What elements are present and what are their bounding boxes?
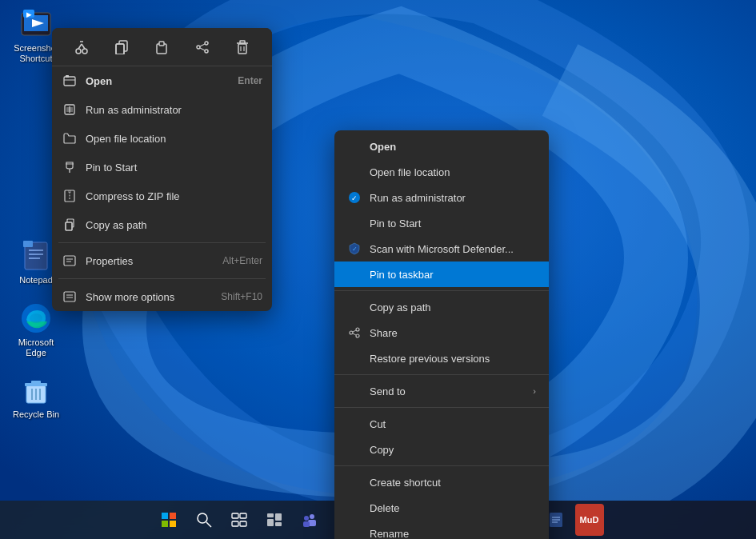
notepad-icon xyxy=(20,240,52,272)
svg-rect-41 xyxy=(66,75,69,78)
classic-pin-to-start-item[interactable]: Pin to Start xyxy=(52,153,272,182)
context-menu-modern: Open Open file location ✓ Run as adminis… xyxy=(334,130,549,539)
toolbar-copy-button[interactable] xyxy=(107,33,136,62)
svg-rect-69 xyxy=(162,521,168,527)
modern-create-shortcut-item[interactable]: Create shortcut xyxy=(334,469,549,495)
modern-copy-item[interactable]: Copy xyxy=(334,437,549,462)
classic-show-more-item[interactable]: Show more options Shift+F10 xyxy=(52,282,272,311)
modern-share-icon xyxy=(347,325,362,340)
taskbar-task-view-button[interactable] xyxy=(223,504,255,536)
modern-delete-icon xyxy=(347,501,362,515)
modern-cut-item[interactable]: Cut xyxy=(334,411,549,437)
recycle-bin-label: Recycle Bin xyxy=(13,409,59,420)
svg-rect-75 xyxy=(232,521,238,526)
taskbar-start-button[interactable] xyxy=(153,504,185,536)
svg-text:✓: ✓ xyxy=(351,194,358,202)
taskbar-app-label: MuD xyxy=(580,515,599,525)
modern-pin-to-start-item[interactable]: Pin to Start xyxy=(334,210,549,236)
modern-cut-icon xyxy=(347,417,362,431)
open-icon xyxy=(62,73,78,89)
taskbar-app-button[interactable]: MuD xyxy=(575,504,604,536)
svg-point-13 xyxy=(30,313,42,323)
svg-point-32 xyxy=(197,46,200,49)
classic-compress-zip-item[interactable]: Compress to ZIP file xyxy=(52,182,272,210)
svg-point-62 xyxy=(356,328,359,331)
classic-open-item[interactable]: Open Enter xyxy=(52,66,272,95)
copy-as-path-icon xyxy=(62,217,78,233)
modern-rename-icon xyxy=(347,526,362,539)
modern-copy-as-path-icon xyxy=(347,300,362,314)
svg-point-21 xyxy=(82,49,87,54)
modern-scan-defender-item[interactable]: ✓ Scan with Microsoft Defender... xyxy=(334,236,549,262)
svg-rect-56 xyxy=(64,292,75,301)
modern-pin-to-taskbar-item[interactable]: Pin to taskbar xyxy=(334,262,549,287)
svg-rect-76 xyxy=(240,521,246,526)
modern-share-item[interactable]: Share xyxy=(334,320,549,345)
open-file-location-icon xyxy=(62,130,78,146)
modern-open-file-location-icon xyxy=(347,165,362,179)
toolbar-delete-button[interactable] xyxy=(228,33,257,62)
taskbar-widgets-button[interactable] xyxy=(258,504,290,536)
modern-open-item[interactable]: Open xyxy=(334,134,549,159)
classic-run-as-admin-item[interactable]: Run as administrator xyxy=(52,95,272,124)
recycle-bin-icon xyxy=(20,374,52,406)
svg-rect-29 xyxy=(159,42,164,46)
taskbar-search-button[interactable] xyxy=(188,504,220,536)
send-to-arrow-icon: › xyxy=(533,386,536,396)
modern-copy-icon xyxy=(347,442,362,457)
toolbar-share-button[interactable] xyxy=(188,33,217,62)
toolbar-cut-button[interactable] xyxy=(67,33,96,62)
svg-rect-35 xyxy=(238,44,246,54)
svg-point-30 xyxy=(205,42,208,45)
svg-rect-37 xyxy=(240,41,245,43)
modern-create-shortcut-icon xyxy=(347,475,362,489)
modern-send-to-icon xyxy=(347,384,362,398)
svg-line-34 xyxy=(200,48,205,50)
svg-rect-80 xyxy=(275,522,282,526)
svg-text:▶: ▶ xyxy=(26,11,32,18)
svg-rect-78 xyxy=(275,513,282,521)
svg-rect-67 xyxy=(162,513,168,519)
compress-zip-icon xyxy=(62,188,78,204)
modern-separator-1 xyxy=(334,290,549,291)
notepad-label: Notepad xyxy=(19,275,53,285)
svg-rect-74 xyxy=(240,513,246,518)
classic-open-file-location-item[interactable]: Open file location xyxy=(52,124,272,153)
modern-run-as-admin-icon: ✓ xyxy=(347,190,362,205)
svg-point-81 xyxy=(310,514,314,519)
modern-rename-item[interactable]: Rename xyxy=(334,521,549,539)
svg-rect-26 xyxy=(116,44,124,54)
modern-separator-4 xyxy=(334,465,549,466)
classic-separator-2 xyxy=(58,278,266,279)
svg-rect-68 xyxy=(170,513,176,519)
classic-copy-as-path-item[interactable]: Copy as path xyxy=(52,210,272,239)
svg-point-31 xyxy=(205,50,208,53)
desktop-icon-recycle-bin[interactable]: Recycle Bin xyxy=(8,374,64,420)
modern-delete-item[interactable]: Delete xyxy=(334,495,549,521)
classic-properties-item[interactable]: Properties Alt+Enter xyxy=(52,246,272,275)
taskbar-teams-button[interactable] xyxy=(294,504,326,536)
modern-send-to-item[interactable]: Send to › xyxy=(334,378,549,404)
svg-line-22 xyxy=(78,44,82,49)
svg-rect-40 xyxy=(64,77,75,86)
modern-restore-versions-item[interactable]: Restore previous versions xyxy=(334,345,549,371)
svg-rect-11 xyxy=(23,241,33,247)
svg-text:✓: ✓ xyxy=(352,246,358,253)
microsoft-edge-label: Microsoft Edge xyxy=(8,337,64,358)
svg-line-66 xyxy=(353,333,356,335)
svg-rect-16 xyxy=(31,381,41,384)
modern-copy-as-path-item[interactable]: Copy as path xyxy=(334,294,549,320)
svg-rect-84 xyxy=(303,521,310,527)
modern-pin-to-taskbar-icon xyxy=(347,267,362,281)
toolbar-paste-button[interactable] xyxy=(147,33,176,62)
properties-icon xyxy=(62,253,78,269)
modern-open-file-location-item[interactable]: Open file location xyxy=(334,159,549,185)
context-menu-toolbar xyxy=(52,28,272,66)
svg-line-65 xyxy=(353,330,356,332)
svg-rect-77 xyxy=(267,513,274,517)
svg-line-33 xyxy=(200,44,205,46)
microsoft-edge-icon xyxy=(20,302,52,334)
modern-separator-2 xyxy=(334,374,549,375)
svg-rect-73 xyxy=(232,513,238,518)
modern-run-as-admin-item[interactable]: ✓ Run as administrator xyxy=(334,185,549,210)
